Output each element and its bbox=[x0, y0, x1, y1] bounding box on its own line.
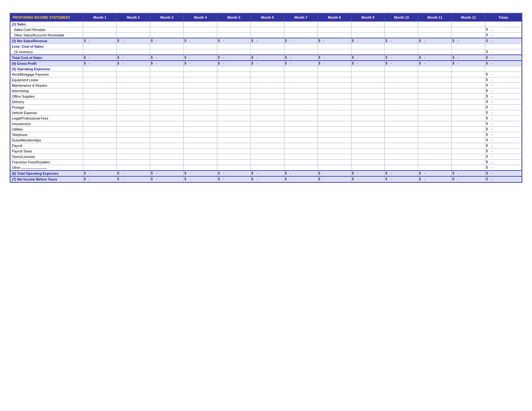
month-cell-11[interactable] bbox=[418, 72, 452, 77]
month-cell-11[interactable] bbox=[418, 44, 452, 49]
month-cell-6[interactable]: $ - bbox=[251, 55, 284, 61]
month-cell-5[interactable] bbox=[217, 44, 251, 49]
month-cell-1[interactable] bbox=[83, 93, 117, 99]
month-cell-5[interactable] bbox=[217, 104, 251, 110]
month-cell-1[interactable] bbox=[83, 44, 117, 49]
row-totals-total_cost[interactable]: $ - bbox=[485, 55, 522, 61]
month-cell-7[interactable] bbox=[284, 27, 318, 32]
month-cell-8[interactable] bbox=[318, 110, 351, 115]
month-cell-6[interactable] bbox=[251, 32, 284, 38]
month-cell-7[interactable] bbox=[284, 143, 318, 148]
row-totals-equip_lease[interactable]: $ - bbox=[485, 77, 522, 83]
row-totals-payroll[interactable]: $ - bbox=[485, 143, 522, 148]
month-cell-7[interactable] bbox=[284, 126, 318, 132]
month-cell-11[interactable] bbox=[418, 154, 452, 159]
month-cell-10[interactable] bbox=[385, 32, 418, 38]
month-cell-3[interactable] bbox=[150, 121, 184, 126]
month-cell-2[interactable] bbox=[117, 159, 150, 165]
row-totals-taxes[interactable]: $ - bbox=[485, 154, 522, 159]
month-cell-10[interactable] bbox=[385, 121, 418, 126]
month-cell-4[interactable]: $ - bbox=[183, 171, 217, 176]
month-cell-11[interactable] bbox=[418, 49, 452, 55]
month-cell-1[interactable] bbox=[83, 110, 117, 115]
month-cell-3[interactable] bbox=[150, 115, 184, 121]
month-cell-10[interactable]: $ - bbox=[385, 171, 418, 176]
month-cell-10[interactable] bbox=[385, 154, 418, 159]
month-cell-7[interactable] bbox=[284, 44, 318, 49]
month-cell-2[interactable] bbox=[117, 77, 150, 83]
row-totals-rent[interactable]: $ - bbox=[485, 72, 522, 77]
month-cell-4[interactable] bbox=[183, 159, 217, 165]
month-cell-8[interactable] bbox=[318, 83, 351, 88]
month-cell-1[interactable]: $ - bbox=[83, 171, 117, 176]
row-totals-postage[interactable]: $ - bbox=[485, 104, 522, 110]
month-cell-12[interactable] bbox=[452, 72, 485, 77]
month-cell-4[interactable] bbox=[183, 99, 217, 104]
month-cell-6[interactable] bbox=[251, 66, 284, 72]
month-cell-12[interactable] bbox=[452, 126, 485, 132]
month-cell-12[interactable] bbox=[452, 110, 485, 115]
month-cell-7[interactable] bbox=[284, 83, 318, 88]
month-cell-4[interactable] bbox=[183, 132, 217, 137]
month-cell-1[interactable] bbox=[83, 66, 117, 72]
month-cell-8[interactable] bbox=[318, 137, 351, 143]
month-cell-3[interactable] bbox=[150, 165, 184, 171]
month-cell-10[interactable]: $ - bbox=[385, 61, 418, 66]
month-cell-9[interactable] bbox=[351, 110, 385, 115]
month-cell-12[interactable] bbox=[452, 27, 485, 32]
month-cell-11[interactable] bbox=[418, 83, 452, 88]
month-cell-10[interactable] bbox=[385, 137, 418, 143]
month-cell-7[interactable]: $ - bbox=[284, 55, 318, 61]
row-totals-legal[interactable]: $ - bbox=[485, 115, 522, 121]
month-cell-10[interactable] bbox=[385, 66, 418, 72]
month-cell-8[interactable] bbox=[318, 66, 351, 72]
month-cell-2[interactable] bbox=[117, 27, 150, 32]
month-cell-8[interactable] bbox=[318, 44, 351, 49]
month-cell-9[interactable] bbox=[351, 66, 385, 72]
month-cell-7[interactable] bbox=[284, 66, 318, 72]
row-totals-total_op_exp[interactable]: $ - bbox=[485, 171, 522, 176]
month-cell-4[interactable] bbox=[183, 126, 217, 132]
month-cell-3[interactable] bbox=[150, 137, 184, 143]
month-cell-8[interactable] bbox=[318, 21, 351, 27]
month-cell-2[interactable] bbox=[117, 93, 150, 99]
month-cell-11[interactable] bbox=[418, 99, 452, 104]
month-cell-6[interactable] bbox=[251, 115, 284, 121]
month-cell-1[interactable]: $ - bbox=[83, 38, 117, 44]
month-cell-11[interactable]: $ - bbox=[418, 171, 452, 176]
month-cell-2[interactable]: $ - bbox=[117, 176, 150, 182]
row-totals-office_supplies[interactable]: $ - bbox=[485, 93, 522, 99]
month-cell-9[interactable] bbox=[351, 115, 385, 121]
month-cell-4[interactable] bbox=[183, 49, 217, 55]
month-cell-5[interactable] bbox=[217, 32, 251, 38]
row-totals-vehicle[interactable]: $ - bbox=[485, 110, 522, 115]
month-cell-9[interactable] bbox=[351, 121, 385, 126]
month-cell-6[interactable] bbox=[251, 154, 284, 159]
month-cell-9[interactable] bbox=[351, 88, 385, 93]
month-cell-2[interactable]: $ - bbox=[117, 61, 150, 66]
month-cell-3[interactable] bbox=[150, 66, 184, 72]
month-cell-2[interactable] bbox=[117, 148, 150, 154]
month-cell-3[interactable]: $ - bbox=[150, 61, 184, 66]
month-cell-7[interactable] bbox=[284, 32, 318, 38]
month-cell-6[interactable]: $ - bbox=[251, 38, 284, 44]
month-cell-8[interactable]: $ - bbox=[318, 176, 351, 182]
month-cell-9[interactable] bbox=[351, 132, 385, 137]
month-cell-4[interactable] bbox=[183, 93, 217, 99]
month-cell-6[interactable] bbox=[251, 44, 284, 49]
month-cell-8[interactable] bbox=[318, 104, 351, 110]
month-cell-11[interactable] bbox=[418, 110, 452, 115]
month-cell-4[interactable] bbox=[183, 83, 217, 88]
month-cell-7[interactable]: $ - bbox=[284, 176, 318, 182]
month-cell-3[interactable] bbox=[150, 93, 184, 99]
month-cell-2[interactable] bbox=[117, 72, 150, 77]
month-cell-4[interactable]: $ - bbox=[183, 176, 217, 182]
month-cell-3[interactable] bbox=[150, 143, 184, 148]
month-cell-1[interactable] bbox=[83, 121, 117, 126]
month-cell-5[interactable] bbox=[217, 143, 251, 148]
month-cell-6[interactable] bbox=[251, 77, 284, 83]
month-cell-11[interactable] bbox=[418, 88, 452, 93]
month-cell-10[interactable] bbox=[385, 27, 418, 32]
month-cell-3[interactable] bbox=[150, 77, 184, 83]
month-cell-1[interactable]: $ - bbox=[83, 176, 117, 182]
